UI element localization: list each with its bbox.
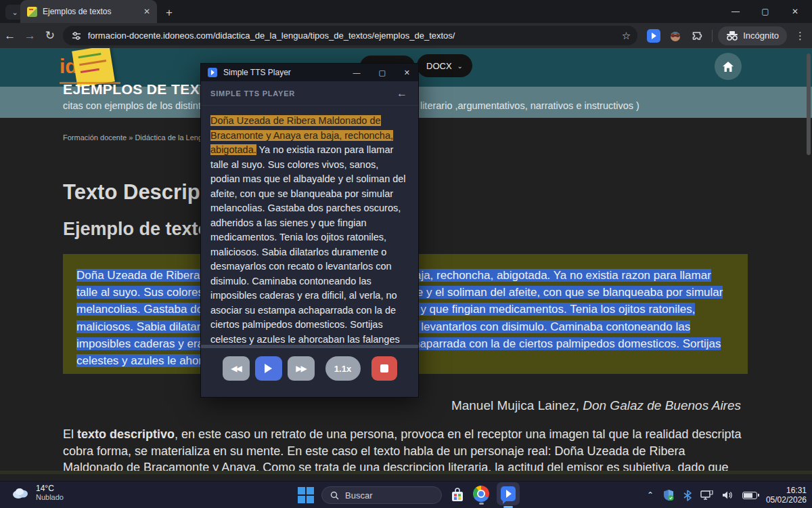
back-button[interactable]: ← xyxy=(0,29,20,43)
window-maximize-button[interactable]: ▢ xyxy=(759,7,771,16)
tts-extension-icon[interactable] xyxy=(647,29,660,43)
browser-menu-icon[interactable]: ⋮ xyxy=(795,30,805,42)
tab-close-icon[interactable]: ✕ xyxy=(143,7,150,16)
search-icon xyxy=(330,491,339,500)
weather-temperature: 14°C xyxy=(36,484,64,493)
speed-button[interactable]: 1.1x xyxy=(325,356,361,381)
cloud-icon xyxy=(11,486,30,499)
tts-controls: ◀◀ ▶▶ 1.1x xyxy=(201,356,418,381)
tts-title-bar[interactable]: Simple TTS Player — ▢ ✕ xyxy=(201,64,418,81)
security-shield-icon[interactable] xyxy=(662,489,675,501)
tab-title: Ejemplos de textos xyxy=(43,7,138,16)
tts-player-window: Simple TTS Player — ▢ ✕ SIMPLE TTS PLAYE… xyxy=(200,63,419,398)
body-paragraph: El texto descriptivo, en este caso un re… xyxy=(63,426,748,474)
clock-date: 05/02/2026 xyxy=(766,495,807,505)
tts-maximize-button[interactable]: ▢ xyxy=(378,68,385,77)
stop-icon xyxy=(380,364,388,373)
tts-taskbar-icon xyxy=(501,486,516,501)
window-minimize-button[interactable]: — xyxy=(729,7,742,16)
work-title: Don Galaz de Buenos Aires xyxy=(583,398,741,412)
home-icon xyxy=(722,61,734,72)
site-info-icon[interactable] xyxy=(71,30,82,41)
taskbar-weather-widget[interactable]: 14°C Nublado xyxy=(11,484,64,501)
microsoft-store-icon[interactable] xyxy=(449,487,466,503)
tray-chevron-icon[interactable]: ⌃ xyxy=(647,490,654,500)
browser-tab[interactable]: Ejemplos de textos ✕ xyxy=(20,0,157,23)
incognito-label: Incógnito xyxy=(743,30,779,41)
bluetooth-icon[interactable] xyxy=(683,490,692,501)
speaker-icon[interactable] xyxy=(722,490,734,500)
home-button[interactable] xyxy=(715,53,742,80)
chrome-running-indicator xyxy=(479,503,484,505)
tts-app-icon xyxy=(208,68,217,77)
tab-favicon xyxy=(27,7,37,17)
bookmark-star-icon[interactable]: ☆ xyxy=(622,30,631,42)
quote-attribution: Manuel Mujica Lainez, Don Galaz de Bueno… xyxy=(63,398,741,413)
tts-remaining-text: Ya no existia razon para llamar talle al… xyxy=(210,144,406,345)
page-scrollbar[interactable] xyxy=(807,54,811,155)
play-button[interactable] xyxy=(255,356,282,381)
chrome-icon xyxy=(473,486,489,502)
tts-taskbar-active-box xyxy=(497,482,520,505)
tts-minimize-button[interactable]: — xyxy=(353,68,360,77)
extensions-puzzle-icon[interactable] xyxy=(690,29,704,43)
site-subtitle: citas con ejemplos de los distintos tipo… xyxy=(63,100,780,111)
rewind-button[interactable]: ◀◀ xyxy=(223,356,250,381)
author-name: Manuel Mujica Lainez, xyxy=(451,398,583,412)
incognito-icon xyxy=(726,31,738,41)
address-bar[interactable]: formacion-docente.idoneos.com/didactica_… xyxy=(63,26,638,45)
disguise-extension-icon[interactable] xyxy=(669,29,682,43)
tts-close-button[interactable]: ✕ xyxy=(404,68,410,77)
taskbar-search[interactable]: Buscar xyxy=(321,486,442,504)
start-button[interactable] xyxy=(298,487,314,503)
docx-dropdown[interactable]: DOCX ⌄ xyxy=(417,54,472,77)
tts-panel-title: SIMPLE TTS PLAYER xyxy=(210,89,397,98)
incognito-badge: Incógnito xyxy=(718,26,787,45)
battery-icon[interactable] xyxy=(742,492,757,499)
tts-taskbar-item[interactable] xyxy=(497,482,520,508)
reload-button[interactable]: ↻ xyxy=(40,28,60,43)
tab-strip: ⌄ Ejemplos de textos ✕ + — ▢ ✕ xyxy=(0,0,812,23)
clock-time: 16:31 xyxy=(766,486,807,495)
tts-text-content: Doña Uzeada de Ribera Maldonado de Braca… xyxy=(210,114,410,347)
search-label: Buscar xyxy=(345,490,372,501)
tts-back-arrow-icon[interactable]: ← xyxy=(397,87,407,100)
taskbar-clock[interactable]: 16:31 05/02/2026 xyxy=(766,486,807,505)
chevron-down-icon: ⌄ xyxy=(457,62,463,70)
tts-window-title: Simple TTS Player xyxy=(223,68,353,77)
network-display-icon[interactable] xyxy=(700,490,713,501)
tts-panel-header: SIMPLE TTS PLAYER ← xyxy=(201,81,418,106)
window-close-button[interactable]: ✕ xyxy=(789,7,801,16)
weather-condition: Nublado xyxy=(36,493,64,501)
taskbar: 14°C Nublado Buscar xyxy=(0,481,812,508)
play-icon xyxy=(265,364,272,373)
fast-forward-button[interactable]: ▶▶ xyxy=(288,356,315,381)
forward-button[interactable]: → xyxy=(20,29,41,43)
chrome-taskbar-item[interactable] xyxy=(473,486,489,505)
toolbar-divider xyxy=(712,30,713,42)
browser-toolbar: ← → ↻ formacion-docente.idoneos.com/dida… xyxy=(0,23,812,48)
stop-button[interactable] xyxy=(371,356,397,381)
url-text[interactable]: formacion-docente.idoneos.com/didactica_… xyxy=(88,30,616,41)
new-tab-button[interactable]: + xyxy=(161,5,177,21)
page-bottom-strip xyxy=(0,471,812,474)
tts-progress-bar[interactable] xyxy=(201,345,418,348)
screen: ⌄ Ejemplos de textos ✕ + — ▢ ✕ ← → ↻ for… xyxy=(0,0,812,508)
